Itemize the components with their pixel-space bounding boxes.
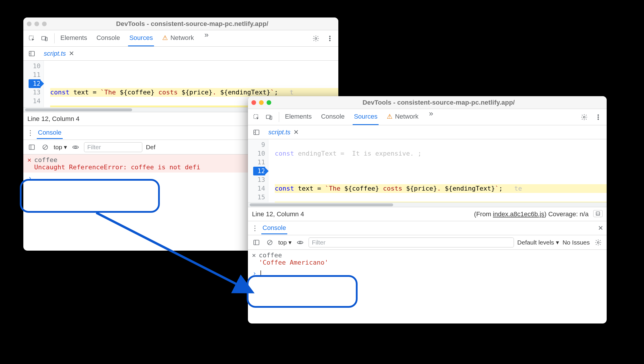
filter-input[interactable]: Filter — [84, 142, 142, 152]
close-dot[interactable] — [251, 100, 256, 105]
device-icon[interactable] — [40, 34, 50, 43]
settings-icon[interactable] — [579, 112, 589, 122]
live-expression-icon[interactable] — [295, 238, 305, 247]
chevron-down-icon: ▾ — [556, 239, 559, 246]
horizontal-scrollbar[interactable] — [248, 202, 607, 207]
coverage-toggle-icon[interactable] — [593, 210, 603, 217]
svg-point-5 — [329, 38, 330, 39]
collapse-x-icon[interactable]: ✕ — [252, 252, 256, 259]
traffic-lights[interactable] — [27, 22, 47, 26]
context-selector[interactable]: top▾ — [54, 144, 67, 151]
console-body: ✕ coffee 'Coffee Americano' › — [248, 250, 607, 279]
kebab-icon[interactable] — [593, 112, 603, 122]
svg-rect-8 — [29, 145, 34, 150]
tab-sources[interactable]: Sources — [353, 109, 379, 125]
status-bar: Line 12, Column 4 (From index.a8c1ec6b.j… — [248, 207, 607, 221]
zoom-dot[interactable] — [267, 100, 271, 105]
kebab-icon[interactable] — [325, 34, 335, 43]
file-tab-bar: script.ts ✕ — [248, 125, 607, 139]
titlebar[interactable]: DevTools - consistent-source-map-pc.netl… — [23, 17, 338, 30]
clear-console-icon[interactable] — [40, 142, 50, 152]
titlebar[interactable]: DevTools - consistent-source-map-pc.netl… — [248, 96, 607, 109]
svg-point-22 — [299, 242, 301, 243]
minimize-dot[interactable] — [34, 22, 39, 26]
console-input-echo: coffee — [34, 156, 200, 163]
settings-icon[interactable] — [311, 34, 321, 43]
svg-rect-20 — [254, 240, 259, 245]
sidebar-toggle-icon[interactable] — [251, 238, 261, 247]
log-levels[interactable]: Default levels▾ — [517, 239, 559, 246]
filter-input[interactable]: Filter — [309, 238, 514, 247]
context-selector[interactable]: top▾ — [278, 239, 292, 246]
console-input-echo: coffee — [259, 252, 328, 259]
tab-sources[interactable]: Sources — [128, 30, 154, 46]
file-tab[interactable]: script.ts ✕ — [41, 48, 77, 59]
tab-network[interactable]: ⚠ Network — [161, 30, 195, 46]
device-icon[interactable] — [264, 112, 274, 122]
console-entry: ✕ coffee 'Coffee Americano' — [248, 250, 607, 268]
drawer-tab-console[interactable]: Console — [261, 222, 287, 234]
svg-point-15 — [598, 115, 598, 115]
svg-point-10 — [75, 146, 76, 148]
svg-rect-2 — [45, 37, 47, 41]
main-toolbar: Elements Console Sources ⚠ Network » — [23, 30, 338, 47]
svg-point-14 — [583, 116, 585, 118]
drawer-menu-icon[interactable]: ⋮ — [27, 129, 34, 137]
panel-tabs: Elements Console Sources ⚠ Network » — [59, 30, 211, 46]
console-result: 'Coffee Americano' — [259, 259, 328, 266]
drawer-menu-icon[interactable]: ⋮ — [251, 224, 258, 232]
cursor-position: Line 12, Column 4 — [27, 115, 80, 123]
close-icon[interactable]: ✕ — [293, 129, 299, 136]
log-levels[interactable]: Def — [146, 144, 155, 151]
inspect-icon[interactable] — [251, 112, 261, 122]
warning-icon: ⚠ — [387, 113, 393, 120]
scrollbar-thumb[interactable] — [250, 203, 393, 206]
close-icon[interactable]: ✕ — [69, 50, 74, 57]
file-name: script.ts — [44, 50, 66, 57]
traffic-lights[interactable] — [251, 100, 271, 105]
file-tab-bar: script.ts ✕ — [23, 47, 338, 61]
chevron-down-icon: ▾ — [288, 239, 292, 246]
devtools-window-after: DevTools - consistent-source-map-pc.netl… — [248, 96, 607, 323]
svg-point-4 — [329, 36, 330, 37]
zoom-dot[interactable] — [42, 22, 47, 26]
console-settings-icon[interactable] — [593, 238, 603, 247]
tab-elements[interactable]: Elements — [59, 30, 88, 46]
drawer-tabs: ⋮ Console ✕ — [248, 221, 607, 235]
tab-console[interactable]: Console — [95, 30, 121, 46]
issues-indicator[interactable]: No Issues — [563, 239, 590, 246]
gutter: 10 11 12 13 14 — [23, 61, 44, 107]
console-prompt[interactable]: › — [248, 268, 607, 279]
drawer-tab-console[interactable]: Console — [37, 126, 63, 139]
drawer-close-icon[interactable]: ✕ — [598, 224, 603, 232]
svg-point-17 — [598, 119, 598, 119]
error-x-icon[interactable]: ✕ — [27, 156, 31, 163]
clear-console-icon[interactable] — [265, 238, 275, 247]
main-toolbar: Elements Console Sources ⚠ Network » — [248, 109, 607, 125]
scrollbar-thumb[interactable] — [25, 108, 132, 111]
svg-rect-13 — [270, 116, 272, 119]
svg-point-23 — [597, 242, 599, 243]
svg-point-6 — [329, 40, 330, 41]
tab-console[interactable]: Console — [320, 109, 346, 125]
console-error-message: Uncaught ReferenceError: coffee is not d… — [34, 163, 200, 171]
tab-network[interactable]: ⚠ Network — [386, 109, 420, 125]
inspect-icon[interactable] — [27, 34, 37, 43]
file-name: script.ts — [268, 129, 290, 136]
code-lines: const endingText = It is expensive. ; co… — [268, 139, 607, 202]
live-expression-icon[interactable] — [71, 142, 80, 152]
more-tabs-icon[interactable]: » — [427, 109, 435, 125]
sidebar-toggle-icon[interactable] — [27, 142, 37, 152]
navigator-toggle-icon[interactable] — [251, 127, 261, 137]
file-tab[interactable]: script.ts ✕ — [265, 127, 302, 138]
more-tabs-icon[interactable]: » — [202, 30, 211, 46]
minimize-dot[interactable] — [259, 100, 264, 105]
panel-tabs: Elements Console Sources ⚠ Network » — [284, 109, 435, 125]
code-editor[interactable]: 9 10 11 12 13 14 15 const endingText = I… — [248, 139, 607, 202]
close-dot[interactable] — [27, 22, 32, 26]
navigator-toggle-icon[interactable] — [27, 49, 37, 59]
chevron-down-icon: ▾ — [64, 144, 67, 151]
cursor-position: Line 12, Column 4 — [252, 210, 304, 218]
tab-elements[interactable]: Elements — [284, 109, 313, 125]
window-title: DevTools - consistent-source-map-pc.netl… — [274, 99, 603, 106]
